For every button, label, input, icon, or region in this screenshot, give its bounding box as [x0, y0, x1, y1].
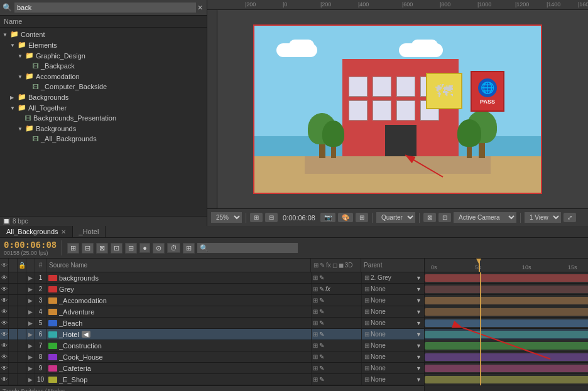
vis-toggle-5[interactable]: 👁 — [0, 318, 9, 328]
parent-dd-10[interactable]: ▼ — [416, 377, 422, 383]
timeline-search-input[interactable] — [197, 243, 298, 253]
pen-btn[interactable]: ✎ — [319, 342, 324, 349]
collapse-4[interactable]: ▶ — [26, 306, 35, 317]
parent-dd-8[interactable]: ▼ — [416, 354, 422, 360]
quality-select[interactable]: Quarter — [376, 212, 415, 223]
tl-btn-8[interactable]: ⏱ — [167, 243, 180, 253]
vis-toggle-3[interactable]: 👁 — [0, 295, 9, 306]
pen-btn[interactable]: ✎ — [319, 297, 324, 304]
tab-close-icon[interactable]: ✕ — [61, 228, 66, 235]
collapse-2[interactable]: ▶ — [26, 284, 35, 294]
layer-num-6: 6 — [35, 329, 46, 340]
prop-btn[interactable]: ⊞ — [313, 353, 318, 360]
tl-btn-7[interactable]: ⊙ — [153, 243, 165, 254]
vis-toggle-8[interactable]: 👁 — [0, 351, 9, 362]
grid-button[interactable]: ⊞ — [356, 213, 368, 222]
safe-zones-button[interactable]: ⊟ — [265, 213, 278, 222]
collapse-5[interactable]: ▶ — [26, 318, 35, 328]
vis-toggle-1[interactable]: 👁 — [0, 272, 9, 283]
pen-btn[interactable]: ✎ — [319, 353, 324, 360]
vis-toggle-6[interactable]: 👁 — [0, 329, 9, 340]
color-button[interactable]: 🎨 — [338, 213, 353, 222]
tl-btn-1[interactable]: ⊞ — [67, 243, 79, 254]
eye-icon: 👁 — [1, 319, 8, 326]
bpc-label: 🔲 — [3, 218, 10, 225]
fit-button[interactable]: ⊞ — [250, 213, 263, 222]
prop-btn[interactable]: ⊞ — [313, 319, 318, 326]
map-emoji: 🗺 — [435, 81, 453, 102]
prop-btn[interactable]: ⊞ — [313, 286, 318, 292]
prop-btn[interactable]: ⊞ — [313, 376, 318, 383]
search-clear-button[interactable]: ✕ — [196, 4, 204, 12]
toggle2-button[interactable]: ⊡ — [438, 213, 451, 222]
tree-item-backpack[interactable]: 🎞 _Backpack — [0, 61, 207, 71]
tree-item-computer-backside[interactable]: 🎞 _Computer_Backside — [0, 82, 207, 92]
prop-btn[interactable]: ⊞ — [313, 274, 318, 281]
tree-item-backgrounds-2[interactable]: 📁 Backgrounds — [0, 123, 207, 134]
layer-num-1: 1 — [35, 272, 46, 283]
pen-btn[interactable]: ✎ — [319, 274, 324, 281]
tl-btn-3[interactable]: ⊠ — [96, 243, 108, 254]
tree-item-graphic-design[interactable]: 📁 Graphic_Design — [0, 50, 207, 61]
tab-hotel[interactable]: _Hotel — [73, 226, 106, 237]
zoom-select[interactable]: 25% — [211, 212, 242, 223]
pen-btn[interactable]: ✎ — [319, 365, 324, 372]
vis-toggle-2[interactable]: 👁 — [0, 284, 9, 294]
layer-num-2: 2 — [35, 284, 46, 294]
parent-dd-1[interactable]: ▼ — [416, 275, 422, 281]
search-input[interactable] — [14, 3, 196, 13]
tree-item-backgrounds-1[interactable]: 📁 Backgrounds — [0, 92, 207, 102]
lock-6 — [18, 329, 26, 340]
collapse-3[interactable]: ▶ — [26, 295, 35, 306]
parent-dd-6[interactable]: ▼ — [416, 331, 422, 338]
tab-all-backgrounds[interactable]: All_Backgrounds ✕ — [0, 226, 73, 237]
vis-toggle-9[interactable]: 👁 — [0, 363, 9, 373]
prop-btn[interactable]: ⊞ — [313, 342, 318, 349]
tree-item-all-backgrounds[interactable]: 🎞 _All_Backgrounds — [0, 134, 207, 144]
view-select[interactable]: 1 View — [525, 212, 561, 223]
tree-item-backgrounds-pres[interactable]: 🎞 Backgrounds_Presentation — [0, 113, 207, 123]
pen-btn[interactable]: ✎ — [319, 286, 324, 292]
collapse-9[interactable]: ▶ — [26, 363, 35, 373]
pen-btn[interactable]: ✎ — [319, 319, 324, 326]
tl-btn-4[interactable]: ⊡ — [111, 243, 122, 254]
pen-btn[interactable]: ✎ — [319, 331, 324, 338]
parent-dd-5[interactable]: ▼ — [416, 320, 422, 326]
tl-btn-9[interactable]: ⊞ — [183, 243, 195, 254]
camera-button[interactable]: 📷 — [320, 213, 335, 222]
fx-icon: fx — [326, 262, 331, 269]
prop-btn[interactable]: ⊞ — [313, 331, 318, 338]
parent-dd-2[interactable]: ▼ — [416, 286, 422, 292]
pen-btn[interactable]: ✎ — [319, 376, 324, 383]
parent-dd-9[interactable]: ▼ — [416, 365, 422, 372]
tree-item-all-together[interactable]: 📁 All_Together — [0, 102, 207, 113]
prop-btn[interactable]: ⊞ — [313, 308, 318, 315]
tl-btn-2[interactable]: ⊟ — [82, 243, 94, 254]
prop-btn[interactable]: ⊞ — [313, 297, 318, 304]
vis-toggle-7[interactable]: 👁 — [0, 340, 9, 351]
parent-dd-4[interactable]: ▼ — [416, 309, 422, 315]
collapse-10[interactable]: ▶ — [26, 374, 35, 385]
vis-toggle-4[interactable]: 👁 — [0, 306, 9, 317]
fx-btn[interactable]: fx — [325, 286, 330, 292]
expand-view-button[interactable]: ⤢ — [564, 213, 576, 222]
tree-item-elements[interactable]: 📁 Elements — [0, 40, 207, 50]
tree-label: Content — [21, 31, 45, 38]
tree-item-accomodation[interactable]: 📁 Accomodation — [0, 71, 207, 82]
tree-item-content[interactable]: 📁 Content — [0, 29, 207, 40]
collapse-7[interactable]: ▶ — [26, 340, 35, 351]
parent-dd-7[interactable]: ▼ — [416, 343, 422, 349]
prop-btn[interactable]: ⊞ — [313, 365, 318, 372]
tl-btn-6[interactable]: ● — [139, 243, 150, 253]
toggle-button[interactable]: ⊠ — [423, 213, 436, 222]
vis-toggle-10[interactable]: 👁 — [0, 374, 9, 385]
collapse-6[interactable]: ▶ — [26, 329, 35, 340]
tree-trunk — [467, 147, 472, 158]
pen-btn[interactable]: ✎ — [319, 308, 324, 315]
collapse-1[interactable]: ▶ — [26, 272, 35, 283]
camera-select[interactable]: Active Camera — [454, 212, 516, 223]
tl-btn-5[interactable]: ⊞ — [125, 243, 137, 254]
parent-dd-3[interactable]: ▼ — [416, 297, 422, 304]
collapse-8[interactable]: ▶ — [26, 351, 35, 362]
expand-icon — [18, 73, 25, 80]
